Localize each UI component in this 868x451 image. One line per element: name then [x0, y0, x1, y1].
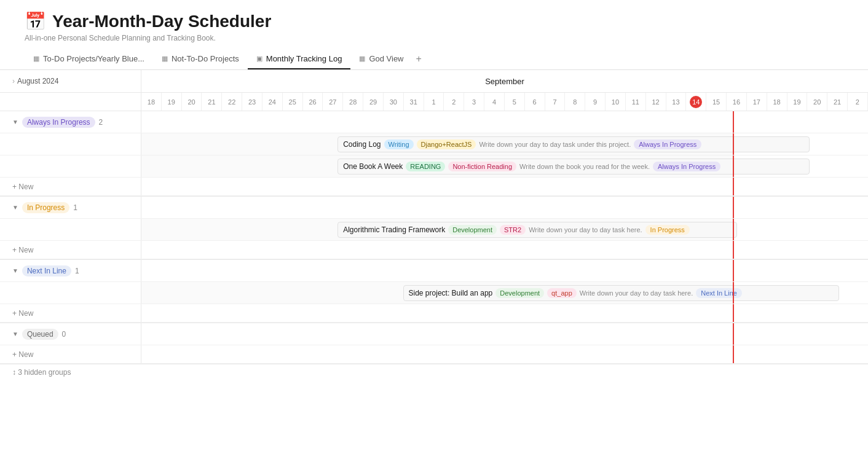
day-cell-14: 14 [686, 93, 706, 111]
group-section-always-in-progress: ▼Always In Progress2Coding LogWritingDja… [0, 111, 868, 197]
day-cell-13: 13 [666, 93, 687, 111]
tag-1: qt_app [547, 288, 577, 298]
day-cell-19: 19 [162, 93, 182, 111]
tab-nottodo-icon: ▦ [162, 55, 168, 63]
day-cell-16: 16 [727, 93, 747, 111]
gantt-desc-1: Write down the book you read for the wee… [519, 163, 650, 170]
group-section-next-in-line: ▼Next In Line1Side project: Build an app… [0, 260, 868, 323]
tab-todo-icon: ▦ [33, 55, 39, 63]
group-header-in-progress: ▼In Progress1 [0, 197, 868, 219]
tag-1: Django+ReactJS [417, 139, 476, 149]
group-toggle-always-in-progress[interactable]: ▼ [12, 119, 18, 125]
status-tag-0: In Progress [645, 225, 690, 235]
item-row-always-in-progress-1: One Book A WeekREADINGNon-fiction Readin… [0, 155, 868, 178]
gantt-bar-in-progress-0[interactable]: Algorithmic Trading FrameworkDevelopment… [337, 222, 737, 238]
day-cell-31: 31 [404, 93, 424, 111]
tag-0: READING [406, 162, 445, 171]
group-header-queued: ▼Queued0 [0, 323, 868, 345]
tab-nottodo[interactable]: ▦ Not-To-Do Projects [153, 49, 248, 69]
day-cell-18: 18 [767, 93, 787, 111]
day-cell-7: 7 [545, 93, 566, 111]
gantt-name-0: Side project: Build an app [409, 289, 493, 297]
tag-1: STR2 [500, 225, 526, 235]
tabs-bar: ▦ To-Do Projects/Yearly Blue... ▦ Not-To… [0, 49, 868, 70]
app-title: Year-Month-Day Scheduler [52, 12, 271, 31]
timeline-main: › August 2024 September 1819202122232425… [0, 70, 868, 451]
gantt-name-1: One Book A Week [343, 162, 403, 171]
tab-godview-icon: ▦ [359, 55, 365, 63]
day-cell-9: 9 [585, 93, 606, 111]
day-cell-24: 24 [262, 93, 283, 111]
day-cell-23: 23 [242, 93, 262, 111]
gantt-desc-0: Write down your day to day task here. [529, 226, 642, 233]
group-toggle-next-in-line[interactable]: ▼ [12, 267, 18, 274]
chevron-left-icon: › [12, 77, 15, 85]
tab-godview[interactable]: ▦ God View [350, 49, 412, 69]
day-cell-17: 17 [747, 93, 767, 111]
left-month-header: › August 2024 [0, 70, 141, 92]
new-row-next-in-line[interactable]: + New [0, 304, 868, 323]
day-cell-15: 15 [706, 93, 727, 111]
tab-todo[interactable]: ▦ To-Do Projects/Yearly Blue... [25, 49, 153, 69]
status-tag-0: Always In Progress [634, 139, 701, 149]
group-badge-queued: Queued [22, 329, 58, 340]
status-tag-0: Next In Line [696, 288, 742, 298]
new-row-queued[interactable]: + New [0, 345, 868, 364]
gantt-bar-next-in-line-0[interactable]: Side project: Build an appDevelopmentqt_… [403, 285, 839, 301]
day-cell-2: 2 [848, 93, 868, 111]
group-count-next-in-line: 1 [75, 267, 79, 275]
day-cell-10: 10 [606, 93, 626, 111]
tab-godview-label: God View [369, 54, 403, 63]
tab-add-button[interactable]: + [412, 49, 425, 69]
tab-monthly-icon: ▣ [256, 55, 262, 63]
sep-month-label: September [485, 77, 524, 86]
aug-month-label: August 2024 [17, 77, 58, 85]
day-cell-21: 21 [202, 93, 222, 111]
new-button-in-progress[interactable]: + New [0, 241, 141, 259]
group-badge-always-in-progress: Always In Progress [22, 117, 95, 128]
days-row: 1819202122232425262728293031123456789101… [0, 93, 868, 111]
item-row-in-progress-0: Algorithmic Trading FrameworkDevelopment… [0, 219, 868, 241]
gantt-bar-always-in-progress-0[interactable]: Coding LogWritingDjango+ReactJSWrite dow… [337, 136, 810, 152]
day-cell-5: 5 [505, 93, 525, 111]
day-cell-20: 20 [182, 93, 202, 111]
group-toggle-in-progress[interactable]: ▼ [12, 204, 18, 211]
group-header-next-in-line: ▼Next In Line1 [0, 260, 868, 282]
hidden-groups-row[interactable]: ↕ 3 hidden groups [0, 364, 868, 380]
day-cell-11: 11 [626, 93, 646, 111]
gantt-desc-0: Write down your day to day task here. [580, 289, 693, 297]
day-cell-22: 22 [222, 93, 242, 111]
all-sections: ▼Always In Progress2Coding LogWritingDja… [0, 111, 868, 451]
gantt-desc-0: Write down your day to day task under th… [479, 141, 631, 148]
day-cell-1: 1 [424, 93, 444, 111]
gantt-name-0: Coding Log [343, 140, 381, 149]
day-cell-4: 4 [484, 93, 505, 111]
group-header-always-in-progress: ▼Always In Progress2 [0, 111, 868, 133]
new-row-always-in-progress[interactable]: + New [0, 178, 868, 196]
item-row-next-in-line-0: Side project: Build an appDevelopmentqt_… [0, 282, 868, 304]
day-cell-26: 26 [303, 93, 323, 111]
new-button-queued[interactable]: + New [0, 345, 141, 363]
group-badge-next-in-line: Next In Line [22, 265, 71, 276]
tag-0: Development [495, 288, 544, 298]
day-cell-21: 21 [827, 93, 848, 111]
gantt-bar-always-in-progress-1[interactable]: One Book A WeekREADINGNon-fiction Readin… [337, 159, 810, 175]
tab-monthly-label: Monthly Tracking Log [266, 54, 342, 63]
day-cell-19: 19 [787, 93, 808, 111]
tab-monthly[interactable]: ▣ Monthly Tracking Log [248, 49, 351, 69]
group-badge-in-progress: In Progress [22, 202, 69, 213]
tag-0: Development [448, 225, 497, 235]
new-button-next-in-line[interactable]: + New [0, 304, 141, 322]
status-tag-1: Always In Progress [653, 162, 720, 171]
group-count-always-in-progress: 2 [99, 118, 103, 127]
tag-0: Writing [384, 139, 414, 149]
day-cell-8: 8 [565, 93, 585, 111]
item-row-always-in-progress-0: Coding LogWritingDjango+ReactJSWrite dow… [0, 133, 868, 155]
group-section-queued: ▼Queued0+ New [0, 323, 868, 364]
new-row-in-progress[interactable]: + New [0, 241, 868, 259]
day-cell-12: 12 [646, 93, 666, 111]
tab-todo-label: To-Do Projects/Yearly Blue... [43, 54, 144, 63]
tab-nottodo-label: Not-To-Do Projects [172, 54, 239, 63]
group-toggle-queued[interactable]: ▼ [12, 331, 18, 337]
new-button-always-in-progress[interactable]: + New [0, 178, 141, 195]
